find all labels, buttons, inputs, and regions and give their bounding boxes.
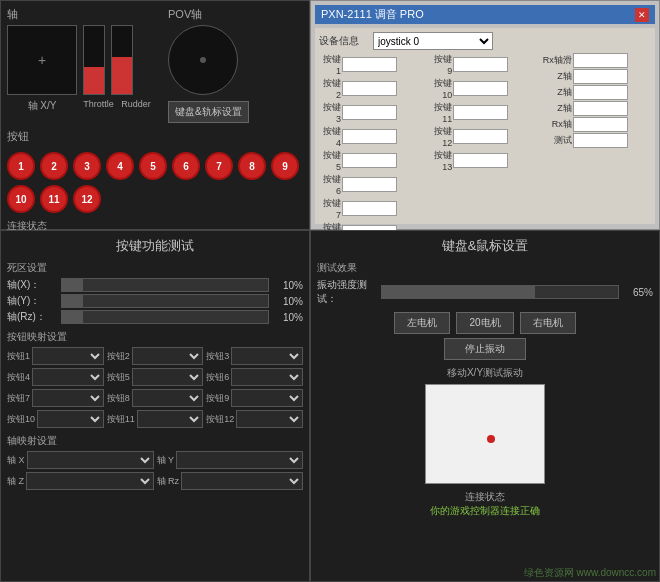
gamepad-btn-6[interactable]: 6 — [172, 152, 200, 180]
stop-vibration-button[interactable]: 停止振动 — [444, 338, 526, 360]
axis-rx2-input[interactable] — [573, 117, 628, 132]
keyboard-mouse-title: 键盘&鼠标设置 — [317, 237, 653, 255]
key5-input[interactable] — [342, 153, 397, 168]
pxn-dialog: PXN-2111 调音 PRO ✕ 设备信息 joystick 0 按键1 — [310, 0, 660, 230]
vibration-row: 振动强度测试： 65% — [317, 278, 653, 306]
mapping-section: 按钮映射设置 按钮1 按钮2 按钮3 按钮4 — [7, 330, 303, 428]
left-motor-button[interactable]: 左电机 — [394, 312, 450, 334]
key7-label: 按键7 — [319, 197, 341, 220]
gamepad-btn-7[interactable]: 7 — [205, 152, 233, 180]
key11-input[interactable] — [453, 105, 508, 120]
gamepad-btn-5[interactable]: 5 — [139, 152, 167, 180]
gamepad-btn-9[interactable]: 9 — [271, 152, 299, 180]
dz-x-slider[interactable] — [61, 278, 269, 292]
key-row-3: 按键3 — [319, 101, 428, 124]
key-row-13: 按键13 — [430, 149, 539, 172]
key-row-2: 按键2 — [319, 77, 428, 100]
dz-rz-row: 轴(Rz)： 10% — [7, 310, 303, 324]
axis-z2-input[interactable] — [573, 85, 628, 100]
gamepad-btn-8[interactable]: 8 — [238, 152, 266, 180]
axis-z3-input[interactable] — [573, 101, 628, 116]
axis-map-y: 轴 Y — [157, 451, 304, 469]
axis-z-input[interactable] — [573, 69, 628, 84]
key13-input[interactable] — [453, 153, 508, 168]
map-select-5[interactable] — [132, 368, 204, 386]
key-test-title: 按键功能测试 — [7, 237, 303, 255]
key6-input[interactable] — [342, 177, 397, 192]
rudder-display — [111, 25, 133, 95]
axis-rx-input[interactable] — [573, 53, 628, 68]
gamepad-btn-3[interactable]: 3 — [73, 152, 101, 180]
key7-input[interactable] — [342, 201, 397, 216]
rudder-label: Rudder — [120, 99, 152, 113]
gamepad-btn-11[interactable]: 11 — [40, 185, 68, 213]
dialog-body: 设备信息 joystick 0 按键1 按键2 — [315, 28, 655, 224]
gamepad-btn-12[interactable]: 12 — [73, 185, 101, 213]
map-select-11[interactable] — [137, 410, 204, 428]
key-row-10: 按键10 — [430, 77, 539, 100]
throttle-fill — [84, 67, 104, 94]
key11-label: 按键11 — [430, 101, 452, 124]
device-info-label: 设备信息 — [319, 34, 369, 48]
map-btn-10: 按钮10 — [7, 410, 104, 428]
key12-input[interactable] — [453, 129, 508, 144]
axis-map-z: 轴 Z — [7, 472, 154, 490]
map-btn-1: 按钮1 — [7, 347, 104, 365]
map-select-1[interactable] — [32, 347, 104, 365]
map-select-8[interactable] — [132, 389, 204, 407]
right-motor-button[interactable]: 右电机 — [520, 312, 576, 334]
axis-z-select[interactable] — [26, 472, 154, 490]
map-select-3[interactable] — [231, 347, 303, 365]
map-select-7[interactable] — [32, 389, 104, 407]
map-btn-11: 按钮11 — [107, 410, 204, 428]
dz-rz-slider[interactable] — [61, 310, 269, 324]
gamepad-btn-10[interactable]: 10 — [7, 185, 35, 213]
map-select-4[interactable] — [32, 368, 104, 386]
map-select-12[interactable] — [236, 410, 303, 428]
map-select-2[interactable] — [132, 347, 204, 365]
axis-label: 轴 — [7, 7, 152, 22]
axis-test-input[interactable] — [573, 133, 628, 148]
axis-x-select[interactable] — [27, 451, 154, 469]
map-select-9[interactable] — [231, 389, 303, 407]
key2-input[interactable] — [342, 81, 397, 96]
key9-label: 按键9 — [430, 53, 452, 76]
connect-label-br: 连接状态 — [317, 490, 653, 504]
map-btn-5: 按钮5 — [107, 368, 204, 386]
dialog-titlebar: PXN-2111 调音 PRO ✕ — [315, 5, 655, 24]
dz-y-slider[interactable] — [61, 294, 269, 308]
gamepad-btn-2[interactable]: 2 — [40, 152, 68, 180]
key4-input[interactable] — [342, 129, 397, 144]
gamepad-btn-4[interactable]: 4 — [106, 152, 134, 180]
key9-input[interactable] — [453, 57, 508, 72]
joystick-select[interactable]: joystick 0 — [373, 32, 493, 50]
dz-y-value: 10% — [273, 296, 303, 307]
pov-dot — [200, 57, 206, 63]
key10-input[interactable] — [453, 81, 508, 96]
center-motor-button[interactable]: 20电机 — [456, 312, 513, 334]
vib-value: 65% — [623, 287, 653, 298]
keyboard-mouse-panel: 键盘&鼠标设置 测试效果 振动强度测试： 65% 左电机 20电机 右电机 停止… — [310, 230, 660, 582]
map-select-10[interactable] — [37, 410, 104, 428]
deadzone-title: 死区设置 — [7, 261, 303, 275]
axis-map-x: 轴 X — [7, 451, 154, 469]
map-btn-12: 按钮12 — [206, 410, 303, 428]
deadzone-section: 死区设置 轴(X)： 10% 轴(Y)： 10% 轴(Rz)： 10% — [7, 261, 303, 324]
key1-label: 按键1 — [319, 53, 341, 76]
xy-test-area[interactable] — [425, 384, 545, 484]
axis-y-select[interactable] — [176, 451, 303, 469]
crosshair-icon: + — [38, 52, 46, 68]
key3-input[interactable] — [342, 105, 397, 120]
key-row-4: 按键4 — [319, 125, 428, 148]
key1-input[interactable] — [342, 57, 397, 72]
map-select-6[interactable] — [231, 368, 303, 386]
key-row-1: 按键1 — [319, 53, 428, 76]
keyboard-settings-button[interactable]: 键盘&轨标设置 — [168, 101, 249, 123]
vib-slider[interactable] — [381, 285, 619, 299]
gamepad-btn-1[interactable]: 1 — [7, 152, 35, 180]
xy-test-label: 移动X/Y测试振动 — [317, 366, 653, 380]
buttons-section-label: 按钮 — [7, 129, 303, 144]
dialog-close-button[interactable]: ✕ — [635, 8, 649, 22]
axis-rz-select[interactable] — [181, 472, 303, 490]
key-row-9: 按键9 — [430, 53, 539, 76]
